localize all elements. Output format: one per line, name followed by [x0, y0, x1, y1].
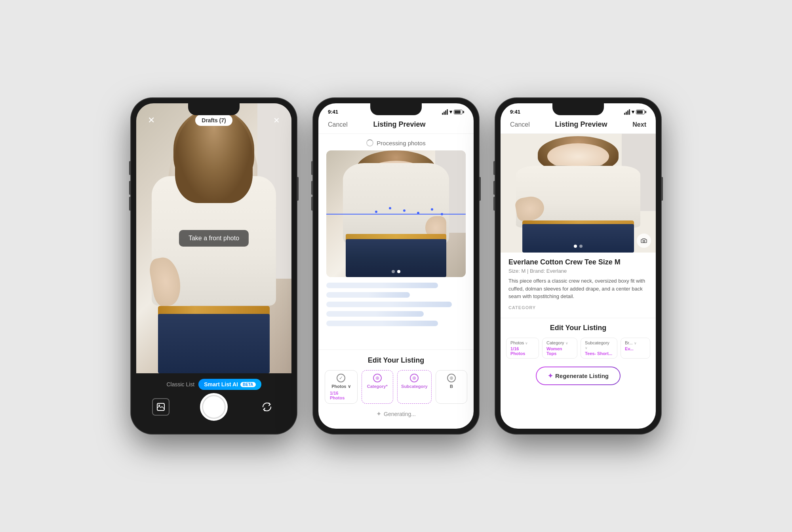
status-time-2: 9:41 [328, 109, 338, 115]
phones-container: ✕ Drafts (7) ✕ Take a front photo Classi… [0, 74, 792, 458]
camera-screen: ✕ Drafts (7) ✕ Take a front photo Classi… [136, 103, 291, 429]
phone-1: ✕ Drafts (7) ✕ Take a front photo Classi… [131, 98, 297, 434]
battery-icon-3 [636, 110, 646, 114]
regenerate-label: Regenerate Listing [555, 372, 609, 379]
notch-2 [370, 103, 422, 115]
dot-2 [397, 270, 400, 273]
nav-title-3: Listing Preview [555, 120, 607, 129]
phone-1-inner: ✕ Drafts (7) ✕ Take a front photo Classi… [136, 103, 291, 429]
edit-tabs-3: Photos ∨ 1/16 Photos Category ∨ Women To… [501, 338, 656, 359]
listing-mode-toggle: Classic List Smart List AI BETA [166, 379, 261, 390]
brand-tab3-label: Br... ∨ [625, 340, 637, 345]
edit-tabs-2: ✓ Photos ∨ 1/16 Photos ⊕ Category* ⊕ S [318, 370, 474, 404]
processing-screen: 9:41 ▾ [318, 103, 474, 429]
subcategory-tab-3[interactable]: Subcategory ∨ Tees- Short... [581, 338, 617, 359]
brand-tab-2[interactable]: ⊕ B [436, 370, 467, 404]
skeleton-meta [326, 292, 410, 298]
smart-list-pill[interactable]: Smart List AI BETA [198, 379, 261, 390]
photos-tab-3[interactable]: Photos ∨ 1/16 Photos [506, 338, 539, 359]
camera-magic-button[interactable]: ✕ [269, 113, 284, 127]
brand-tab-3[interactable]: Br... ∨ Ev... [621, 338, 650, 359]
photos-tab3-label: Photos ∨ [510, 340, 528, 345]
image-dots-2 [392, 270, 400, 273]
listing-dot-1 [574, 245, 577, 248]
subcategory-tab3-label: Subcategory ∨ [585, 340, 613, 350]
edit-listing-section-2: Edit Your Listing ✓ Photos ∨ 1/16 Photos… [318, 350, 474, 429]
listing-dots-3 [574, 245, 583, 248]
brand-tab3-value: Ev... [625, 346, 634, 351]
generating-label: Generating... [384, 411, 416, 417]
listing-main-image[interactable] [501, 134, 656, 253]
shutter-inner [202, 395, 226, 419]
shutter-button[interactable] [200, 393, 228, 421]
scan-line [326, 214, 466, 215]
phone-3-inner: 9:41 ▾ [501, 103, 656, 429]
photos-tab-label: Photos ∨ [331, 384, 350, 389]
phone-3: 9:41 ▾ [495, 98, 661, 434]
camera-controls-row [136, 393, 291, 421]
subcategory-tab-2[interactable]: ⊕ Subcategory [397, 370, 432, 404]
listing-dot-2 [579, 245, 583, 248]
wifi-icon-3: ▾ [632, 109, 634, 115]
processing-header: Processing photos [318, 134, 474, 150]
skeleton-area [318, 277, 474, 332]
listing-desc: This piece offers a classic crew neck, o… [508, 277, 648, 300]
scan-dots [326, 203, 466, 227]
beta-badge: BETA [240, 382, 255, 387]
edit-listing-section-3: Edit Your Listing Photos ∨ 1/16 Photos C… [501, 318, 656, 362]
generating-bar: ✦ Generating... [318, 404, 474, 426]
take-photo-label: Take a front photo [179, 230, 249, 247]
next-button-3[interactable]: Next [632, 121, 646, 128]
category-tab-icon: ⊕ [373, 374, 382, 382]
photo-bg-2 [326, 150, 466, 277]
cancel-button-3[interactable]: Cancel [510, 121, 530, 128]
category-tab-2[interactable]: ⊕ Category* [362, 370, 393, 404]
category-tab3-value: Women Tops [546, 346, 573, 356]
nav-bar-2: Cancel Listing Preview Next [318, 117, 474, 134]
svg-point-2 [643, 240, 645, 242]
camera-bottom-bar: Classic List Smart List AI BETA [136, 373, 291, 429]
listing-title: Everlane Cotton Crew Tee Size M [508, 258, 648, 266]
notch-3 [552, 103, 604, 115]
battery-icon [454, 110, 464, 114]
category-tab-3[interactable]: Category ∨ Women Tops [542, 338, 577, 359]
listing-screen: 9:41 ▾ [501, 103, 656, 429]
edit-listing-title-2: Edit Your Listing [318, 356, 474, 365]
photos-tab-2[interactable]: ✓ Photos ∨ 1/16 Photos [325, 370, 358, 404]
skeleton-desc-3 [326, 321, 438, 326]
cancel-button-2[interactable]: Cancel [328, 121, 348, 128]
skeleton-desc-1 [326, 302, 452, 307]
wifi-icon: ▾ [449, 109, 452, 115]
phone-2-inner: 9:41 ▾ [318, 103, 474, 429]
listing-image-2[interactable] [326, 150, 466, 277]
gallery-button[interactable] [152, 398, 169, 416]
camera-overlay-icon[interactable] [637, 234, 651, 248]
status-icons-3: ▾ [624, 109, 646, 115]
listing-info: Everlane Cotton Crew Tee Size M Size: M … [501, 253, 656, 318]
phone-2: 9:41 ▾ [313, 98, 479, 434]
generating-star: ✦ [376, 410, 381, 418]
photos-tab3-value: 1/16 Photos [510, 346, 535, 356]
subcategory-tab-icon: ⊕ [410, 374, 419, 382]
brand-tab-icon: ⊕ [447, 374, 456, 382]
category-tab3-label: Category ∨ [546, 340, 568, 345]
regenerate-row: ✦ Regenerate Listing [501, 362, 656, 391]
camera-close-button[interactable]: ✕ [144, 113, 158, 127]
dot-1 [392, 270, 395, 273]
skeleton-desc-2 [326, 311, 424, 317]
status-time-3: 9:41 [510, 109, 520, 115]
camera-viewfinder[interactable]: ✕ Drafts (7) ✕ Take a front photo [136, 103, 291, 373]
status-icons-2: ▾ [442, 109, 464, 115]
notch-1 [188, 103, 240, 115]
nav-title-2: Listing Preview [373, 120, 425, 129]
signal-icon [442, 109, 448, 115]
flip-camera-button[interactable] [258, 398, 276, 416]
processing-label: Processing photos [377, 140, 425, 146]
skeleton-title [326, 283, 438, 288]
drafts-button[interactable]: Drafts (7) [195, 115, 232, 126]
classic-list-label[interactable]: Classic List [166, 381, 194, 388]
processing-spinner [366, 139, 373, 146]
regen-star-icon: ✦ [548, 372, 553, 380]
regenerate-button[interactable]: ✦ Regenerate Listing [536, 367, 621, 385]
photos-tab-icon: ✓ [337, 374, 345, 382]
